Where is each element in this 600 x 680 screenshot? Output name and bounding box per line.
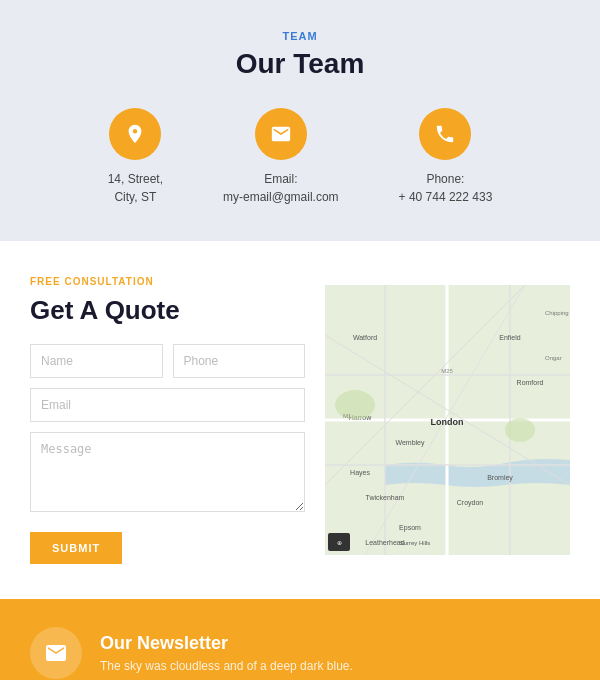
- newsletter-section: Our Newsletter The sky was cloudless and…: [0, 599, 600, 680]
- quote-title: Get A Quote: [30, 295, 305, 326]
- phone-input[interactable]: [173, 344, 306, 378]
- email-input[interactable]: [30, 388, 305, 422]
- quote-form-area: FREE CONSULTATION Get A Quote SUBMIT: [30, 276, 305, 564]
- svg-text:Watford: Watford: [353, 334, 377, 341]
- newsletter-icon-circle: [30, 627, 82, 679]
- free-consultation-label: FREE CONSULTATION: [30, 276, 305, 287]
- phone-icon-circle: [419, 108, 471, 160]
- team-contacts: 14, Street, City, ST Email: my-email@gma…: [20, 108, 580, 206]
- location-icon-circle: [109, 108, 161, 160]
- contact-location: 14, Street, City, ST: [108, 108, 163, 206]
- svg-point-24: [505, 418, 535, 442]
- contact-email: Email: my-email@gmail.com: [223, 108, 339, 206]
- svg-text:London: London: [431, 417, 464, 427]
- svg-text:M1: M1: [343, 413, 352, 419]
- svg-text:⊕: ⊕: [337, 540, 342, 546]
- location-icon: [124, 123, 146, 145]
- svg-text:Hayes: Hayes: [350, 469, 370, 477]
- newsletter-text-area: Our Newsletter The sky was cloudless and…: [100, 633, 353, 673]
- form-row-message: [30, 432, 305, 512]
- svg-text:Surrey Hills: Surrey Hills: [400, 540, 431, 546]
- newsletter-subtitle: The sky was cloudless and of a deep dark…: [100, 659, 353, 673]
- email-text: Email: my-email@gmail.com: [223, 170, 339, 206]
- svg-text:Chipping: Chipping: [545, 310, 569, 316]
- phone-icon: [434, 123, 456, 145]
- newsletter-email-icon: [44, 641, 68, 665]
- svg-text:Enfield: Enfield: [499, 334, 521, 341]
- svg-point-23: [335, 390, 375, 420]
- phone-text: Phone: + 40 744 222 433: [399, 170, 493, 206]
- svg-text:Twickenham: Twickenham: [366, 494, 405, 501]
- form-row-name-phone: [30, 344, 305, 378]
- location-text: 14, Street, City, ST: [108, 170, 163, 206]
- map-image: London Watford Enfield Harrow Romford We…: [325, 276, 570, 564]
- contact-phone: Phone: + 40 744 222 433: [399, 108, 493, 206]
- form-row-email: [30, 388, 305, 422]
- submit-button[interactable]: SUBMIT: [30, 532, 122, 564]
- svg-text:Ongar: Ongar: [545, 355, 562, 361]
- quote-section: FREE CONSULTATION Get A Quote SUBMIT: [0, 241, 600, 599]
- svg-text:Wembley: Wembley: [395, 439, 425, 447]
- team-label: TEAM: [20, 30, 580, 42]
- svg-text:Croydon: Croydon: [457, 499, 484, 507]
- svg-text:Bromley: Bromley: [487, 474, 513, 482]
- name-input[interactable]: [30, 344, 163, 378]
- map-area: London Watford Enfield Harrow Romford We…: [325, 276, 570, 564]
- email-icon: [270, 123, 292, 145]
- message-input[interactable]: [30, 432, 305, 512]
- newsletter-title: Our Newsletter: [100, 633, 353, 654]
- svg-text:Romford: Romford: [517, 379, 544, 386]
- svg-text:M25: M25: [441, 368, 453, 374]
- team-section: TEAM Our Team 14, Street, City, ST Em: [0, 0, 600, 241]
- email-icon-circle: [255, 108, 307, 160]
- svg-text:Epsom: Epsom: [399, 524, 421, 532]
- team-title: Our Team: [20, 48, 580, 80]
